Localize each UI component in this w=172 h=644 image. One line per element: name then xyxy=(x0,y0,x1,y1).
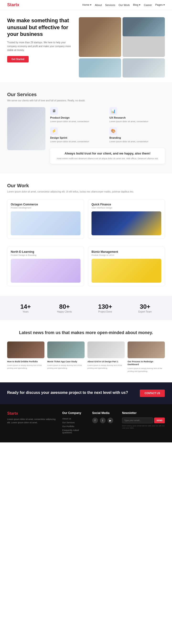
service-1-desc: Lorem ipsum dolor sit amet, consecteturr xyxy=(50,120,106,124)
trust-heading: Always build trust for our client, and w… xyxy=(53,151,162,156)
services-heading: Our Services xyxy=(7,92,165,97)
cta-heading: Ready for discuss your awesome project t… xyxy=(7,390,128,395)
hero-image-4 xyxy=(123,58,165,78)
news-card-2-image xyxy=(47,342,85,358)
product-design-icon: 🖥 xyxy=(50,107,58,115)
footer-logo: Startx xyxy=(7,411,57,416)
footer-social-col: Social Media f t ▶ xyxy=(92,411,117,435)
work-card-3-sub: ProduK Design & Branding xyxy=(11,254,80,256)
service-3-desc: Lorem ipsum dolor sit amet, consecteturr xyxy=(50,140,106,144)
footer-about-text: Lorem ipsum dolor sit amet, consectetur … xyxy=(7,418,57,424)
cta-text-block: Ready for discuss your awesome project t… xyxy=(7,390,128,396)
nav-services[interactable]: Services xyxy=(105,4,115,6)
nav-pages[interactable]: Pages ▾ xyxy=(155,3,165,6)
service-2-name: UX Research xyxy=(109,116,165,119)
nav-career[interactable]: Career xyxy=(144,4,152,6)
newsletter-send-button[interactable]: SEND xyxy=(154,418,165,423)
work-card-1-title: Octagon Commerce xyxy=(11,203,80,206)
news-card-4-image xyxy=(128,342,165,358)
stat-years: 14+ Years xyxy=(20,303,31,313)
news-card-2[interactable]: Movie Ticket App Case Study Lorem ipsum … xyxy=(47,342,85,373)
footer-company-col: Our Company About Us Our Services Our Po… xyxy=(62,411,87,435)
news-card-4-title: Our Process to Redesign Dashboard xyxy=(128,360,165,366)
news-card-3-title: About Grid In UI Design Part 1 xyxy=(87,360,125,363)
stat-team-label: Expert Team xyxy=(138,310,152,313)
service-1-name: Product Design xyxy=(50,116,106,119)
hero-image-1 xyxy=(79,17,121,57)
nav-home[interactable]: Home ▾ xyxy=(82,3,92,6)
stats-section: 14+ Years 80+ Happy Clients 130+ Project… xyxy=(0,296,172,320)
footer: Startx Lorem ipsum dolor sit amet, conse… xyxy=(0,404,172,442)
news-card-4[interactable]: Our Process to Redesign Dashboard Lorem … xyxy=(128,342,165,373)
footer-social-heading: Social Media xyxy=(92,411,117,415)
footer-link-about[interactable]: About Us xyxy=(62,418,87,420)
stat-projects-label: Project Done xyxy=(98,310,112,313)
work-card-1[interactable]: Octagon Commerce ProduK Development xyxy=(7,199,84,239)
logo[interactable]: Startx xyxy=(7,2,19,8)
footer-link-faq[interactable]: Frequently Asked Questions xyxy=(62,429,87,434)
service-4-name: Branding xyxy=(109,136,165,139)
design-sprint-icon: ⚡ xyxy=(50,127,58,135)
work-card-2-image xyxy=(92,212,161,235)
hero-img-placeholder-3 xyxy=(79,58,121,78)
news-section: Latest news from us that makes more open… xyxy=(0,320,172,382)
footer-newsletter-heading: Newsletter xyxy=(122,411,165,415)
work-card-2-title: Quick Finance xyxy=(92,203,161,206)
work-card-2[interactable]: Quick Finance User Interface Design xyxy=(88,199,165,239)
news-grid: How to Build Dribble Portfolio Lorem ips… xyxy=(7,342,165,373)
branding-icon: 🎨 xyxy=(109,127,117,135)
work-card-3-title: North E-Learning xyxy=(11,250,80,254)
hero-image-2 xyxy=(123,17,165,57)
hero-text-block: We make something that unusual but effec… xyxy=(7,17,74,62)
work-card-1-sub: ProduK Development xyxy=(11,206,80,209)
newsletter-form: SEND xyxy=(122,418,165,423)
work-heading: Our Work xyxy=(7,183,165,188)
stat-team-number: 30+ xyxy=(138,303,152,310)
footer-link-portfolio[interactable]: Our Portfolio xyxy=(62,425,87,428)
news-card-1-title: How to Build Dribble Portfolio xyxy=(7,360,44,363)
stat-projects: 130+ Project Done xyxy=(98,303,112,313)
nav-about[interactable]: About xyxy=(95,4,102,6)
stat-team: 30+ Expert Team xyxy=(138,303,152,313)
footer-company-heading: Our Company xyxy=(62,411,87,415)
nav-blog[interactable]: Blog ▾ xyxy=(133,3,141,6)
twitter-icon[interactable]: t xyxy=(100,418,106,423)
services-section: Our Services We serve our clients with f… xyxy=(0,82,172,174)
hero-body: Trusted by more than 29 startups. We her… xyxy=(7,41,74,52)
nav-ourwork[interactable]: Our Work xyxy=(119,4,130,6)
hero-img-placeholder-1 xyxy=(79,17,121,57)
youtube-icon[interactable]: ▶ xyxy=(108,418,113,423)
services-content-col: 🖥 Product Design Lorem ipsum dolor sit a… xyxy=(50,107,165,164)
work-card-4[interactable]: Bizniz Management ProduK Design & UI/UX xyxy=(88,246,165,286)
footer-link-services[interactable]: Our Services xyxy=(62,421,87,424)
work-card-4-sub: ProduK Design & UI/UX xyxy=(92,254,161,256)
work-card-2-sub: User Interface Design xyxy=(92,206,161,209)
newsletter-email-input[interactable] xyxy=(122,418,153,423)
news-card-2-desc: Lorem ipsum is simply dummy text of the … xyxy=(47,364,85,370)
work-section: Our Work Lorem ipsum dolor sit amet, con… xyxy=(0,174,172,296)
stat-projects-number: 130+ xyxy=(98,303,112,310)
work-sub: Lorem ipsum dolor sit amet, consectetur … xyxy=(7,190,165,194)
contact-us-button[interactable]: CONTACT US xyxy=(140,390,165,397)
footer-company-links: About Us Our Services Our Portfolio Freq… xyxy=(62,418,87,434)
work-card-3[interactable]: North E-Learning ProduK Design & Brandin… xyxy=(7,246,84,286)
service-4-desc: Lorem ipsum dolor sit amet, consecteturr xyxy=(109,140,165,144)
services-layout: 🖥 Product Design Lorem ipsum dolor sit a… xyxy=(7,107,165,164)
services-sub: We serve our clients with full of love a… xyxy=(7,99,165,102)
news-card-3-image xyxy=(87,342,125,358)
work-card-3-image xyxy=(11,259,80,283)
news-card-4-desc: Lorem ipsum is simply dummy text of the … xyxy=(128,367,165,373)
services-team-image xyxy=(7,107,45,150)
work-grid: Octagon Commerce ProduK Development Quic… xyxy=(7,199,165,286)
service-design-sprint: ⚡ Design Sprint Lorem ipsum dolor sit am… xyxy=(50,127,106,144)
stat-clients-label: Happy Clients xyxy=(57,310,72,313)
facebook-icon[interactable]: f xyxy=(92,418,98,423)
get-started-button[interactable]: Get Started xyxy=(7,56,29,62)
hero-images xyxy=(79,17,165,78)
service-ux-research: 📊 UX Research Lorem ipsum dolor sit amet… xyxy=(109,107,165,124)
news-card-3[interactable]: About Grid In UI Design Part 1 Lorem ips… xyxy=(87,342,125,373)
cta-section: Ready for discuss your awesome project t… xyxy=(0,382,172,404)
stat-clients: 80+ Happy Clients xyxy=(57,303,72,313)
news-heading: Latest news from us that makes more open… xyxy=(7,330,165,336)
news-card-1[interactable]: How to Build Dribble Portfolio Lorem ips… xyxy=(7,342,44,373)
